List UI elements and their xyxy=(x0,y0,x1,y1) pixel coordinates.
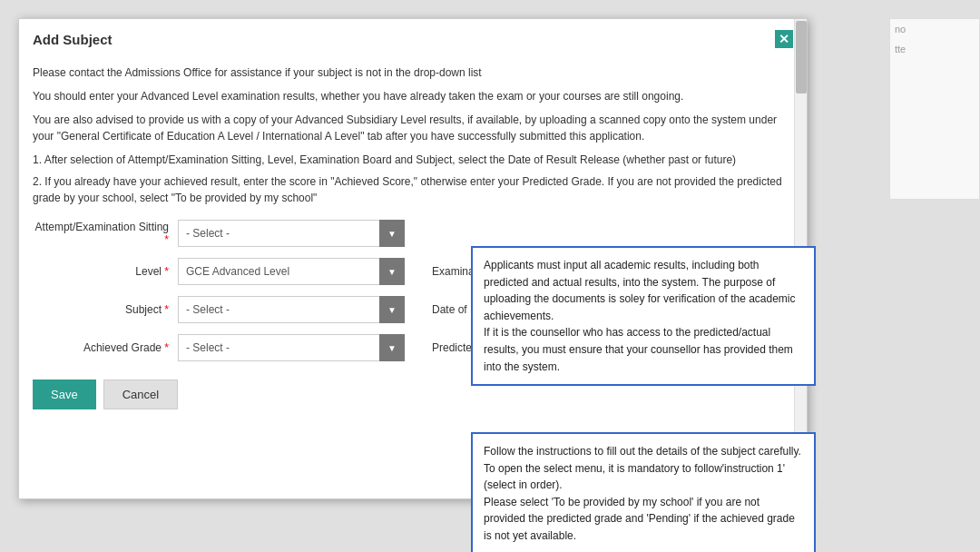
attempt-sitting-select-wrapper: - Select - ▼ xyxy=(178,220,405,247)
level-label: Level * xyxy=(33,265,178,278)
achieved-grade-label: Achieved Grade * xyxy=(33,341,178,354)
attempt-sitting-label-text: Attempt/Examination Sitting xyxy=(35,221,169,233)
subject-select[interactable]: - Select - xyxy=(178,296,405,323)
subject-label: Subject * xyxy=(33,303,178,316)
tooltip-bottom-text: Follow the instructions to fill out the … xyxy=(484,445,801,542)
level-required: * xyxy=(164,265,169,278)
scroll-thumb[interactable] xyxy=(796,21,807,94)
save-button[interactable]: Save xyxy=(33,380,96,409)
numbered-text-1: 1. After selection of Attempt/Examinatio… xyxy=(33,152,793,168)
attempt-sitting-select[interactable]: - Select - xyxy=(178,220,405,247)
info-text-1: Please contact the Admissions Office for… xyxy=(33,64,793,81)
background-content: no tte xyxy=(889,18,980,200)
subject-required: * xyxy=(164,303,169,316)
bg-text-1: no xyxy=(890,19,979,39)
achieved-grade-select[interactable]: - Select - xyxy=(178,334,405,361)
achieved-grade-required: * xyxy=(164,341,169,354)
level-label-text: Level xyxy=(135,265,162,278)
attempt-sitting-label: Attempt/Examination Sitting * xyxy=(33,221,178,246)
cancel-button[interactable]: Cancel xyxy=(103,380,178,409)
modal-close-button[interactable]: ✕ xyxy=(775,30,793,48)
info-text-3: You are also advised to provide us with … xyxy=(33,112,793,144)
add-subject-modal: Add Subject ✕ Please contact the Admissi… xyxy=(18,18,808,499)
achieved-grade-select-wrapper: - Select - ▼ xyxy=(178,334,405,361)
modal-header: Add Subject ✕ xyxy=(19,19,807,55)
level-select-wrapper: GCE Advanced Level ▼ xyxy=(178,258,405,285)
level-select[interactable]: GCE Advanced Level xyxy=(178,258,405,285)
info-text-2: You should enter your Advanced Level exa… xyxy=(33,88,793,104)
attempt-sitting-row: Attempt/Examination Sitting * - Select -… xyxy=(33,220,775,247)
tooltip-top-text: Applicants must input all academic resul… xyxy=(484,259,796,373)
numbered-text-2: 2. If you already have your achieved res… xyxy=(33,173,793,206)
achieved-grade-label-text: Achieved Grade xyxy=(83,341,162,354)
attempt-sitting-required: * xyxy=(164,233,169,246)
tooltip-top: Applicants must input all academic resul… xyxy=(471,246,816,386)
tooltip-bottom: Follow the instructions to fill out the … xyxy=(471,432,816,552)
subject-label-text: Subject xyxy=(125,303,162,316)
modal-title: Add Subject xyxy=(33,32,113,47)
bg-text-2: tte xyxy=(890,39,979,59)
subject-select-wrapper: - Select - ▼ xyxy=(178,296,405,323)
